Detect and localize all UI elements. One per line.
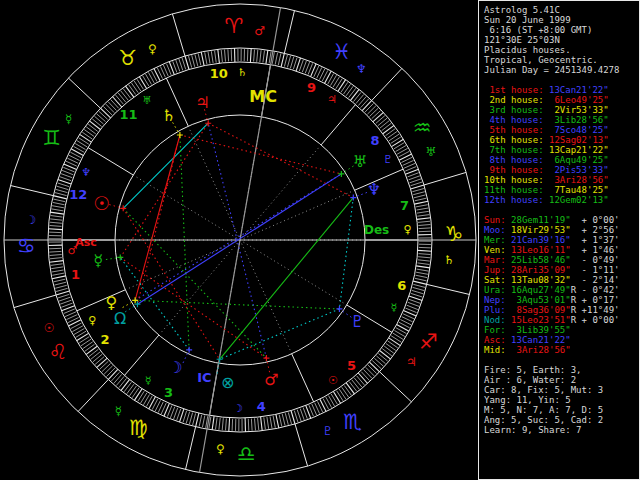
sign-glyph-cap: ♑ [444,222,463,246]
house-number-1: 1 [71,267,80,282]
planet-mark-mar [263,355,269,361]
header-line-4: Placidus houses. [479,45,639,55]
planet-row-jup: Jup: 28Ari35'09" - 1°11' [479,265,639,275]
spacer [479,355,639,365]
sign-glyph-vir: ♍ [129,416,148,440]
sign-glyph-pis: ♓ [332,40,351,64]
planet-glyph-sun: ☉ [93,192,110,214]
stats-line-6: Learn: 9, Share: 7 [479,425,639,435]
planet-glyph-nod: Ω [114,309,126,328]
planet-row-sun: Sun: 28Gem11'19" + 0°00' [479,215,639,225]
house-number-10: 10 [210,66,228,81]
sign-glyph-ari: ♈ [224,14,243,38]
spacer [479,75,639,85]
point-row-for: For: 3Lib39'55" [479,325,639,335]
stats-line-0: Fire: 5, Earth: 3, [479,365,639,375]
house-ruler-glyph-plu: ♇ [383,153,393,166]
planet-mark-ura [338,171,344,177]
header-line-2: 6:16 (ST +8:00 GMT) [479,25,639,35]
sign-glyph-gem: ♊ [42,126,61,150]
planet-glyph-jup: ♃ [195,93,209,112]
house-number-8: 8 [370,133,379,148]
house-ruler-glyph-mer: ☿ [145,374,152,387]
sign-ruler-glyph-sat: ♄ [444,253,455,267]
sign-ruler-glyph-ura: ♅ [426,145,437,159]
house-number-7: 7 [400,198,409,213]
axis-label-ic: IC [197,370,211,385]
house-row-3: 3rd house: 2Vir53'33" [479,105,639,115]
astrolog-window: ♈♂♉♀♊☿♋☽♌☉♍☿♎♀♏♇♐♃♑♄♒♅♓♆1♂2♀3☿4☽5☉6☿7♀8♇… [0,0,640,480]
stats-line-2: Car: 8, Fix: 5, Mut: 3 [479,385,639,395]
house-row-5: 5th house: 7Sco48'25" [479,125,639,135]
house-number-9: 9 [307,80,316,95]
stats-line-1: Air : 6, Water: 2 [479,375,639,385]
sign-ruler-glyph-mar: ♂ [254,24,265,38]
planet-mark-mer [117,254,123,260]
planet-row-ven: Ven: 13Leo16'11" + 1°46' [479,245,639,255]
sign-glyph-lib: ♎ [237,442,256,466]
house-row-2: 2nd house: 6Leo49'25" [479,95,639,105]
header-line-3: 121°30E 25°03N [479,35,639,45]
sign-glyph-leo: ♌ [48,340,67,364]
chart-wheel: ♈♂♉♀♊☿♋☽♌☉♍☿♎♀♏♇♐♃♑♄♒♅♓♆1♂2♀3☿4☽5☉6☿7♀8♇… [0,0,480,480]
stats-line-3: Yang: 11, Yin: 5 [479,395,639,405]
header-line-0: Astrolog 5.41C [479,5,639,15]
planet-row-nod: Nod: 15Leo23'51"R + 0°00' [479,315,639,325]
planet-mark-moo [186,347,192,353]
planet-glyph-mar: ♂ [264,370,278,389]
sign-ruler-glyph-nep: ♆ [356,62,367,76]
axis-label-des: Des [364,223,389,237]
house-row-12: 12th house: 12Gem02'13" [479,195,639,205]
planet-mark-sat [177,132,183,138]
house-row-8: 8th house: 6Aqu49'25" [479,155,639,165]
spacer [479,205,639,215]
sign-ruler-glyph-mer: ☿ [115,404,122,418]
planet-row-mer: Mer: 21Can39'16" + 1°37' [479,235,639,245]
planet-glyph-sat: ♄ [162,106,176,125]
sign-ruler-glyph-plu: ♇ [322,424,333,438]
planet-row-mar: Mar: 25Lib58'46" - 0°49' [479,255,639,265]
header-line-6: Julian Day = 2451349.4278 [479,65,639,75]
info-panel: Astrolog 5.41CSun 20 June 1999 6:16 (ST … [478,0,640,480]
house-ruler-glyph-sun: ☉ [328,374,338,387]
sign-glyph-aqu: ♒ [413,116,432,140]
point-row-asc: Asc: 13Can21'22" [479,335,639,345]
house-row-4: 4th house: 3Lib28'56" [479,115,639,125]
house-row-9: 9th house: 2Pis53'33" [479,165,639,175]
sign-glyph-can: ♋ [17,234,36,258]
planet-row-sat: Sat: 13Tau08'32" - 2°14' [479,275,639,285]
house-number-3: 3 [164,385,173,400]
house-ruler-glyph-nep: ♆ [81,166,91,179]
point-row-mid: Mid: 3Ari28'56" [479,345,639,355]
sign-ruler-glyph-ven: ♀ [216,442,225,456]
sign-ruler-glyph-jup: ♃ [406,355,417,369]
house-ruler-glyph-ven: ♀ [88,314,96,327]
house-number-2: 2 [100,332,109,347]
sign-glyph-sco: ♏ [343,410,362,434]
house-number-11: 11 [119,107,137,122]
house-number-5: 5 [347,358,356,373]
house-ruler-glyph-ura: ♅ [142,94,152,107]
house-ruler-glyph-mer: ☿ [391,301,398,314]
planet-row-nep: Nep: 3Aqu53'01"R + 0°17' [479,295,639,305]
house-row-1: 1st house: 13Can21'22" [479,85,639,95]
planet-row-moo: Moo: 18Vir29'53" + 2°56' [479,225,639,235]
house-ruler-glyph-jup: ♃ [327,93,337,106]
house-number-4: 4 [257,399,266,414]
house-number-6: 6 [397,278,406,293]
planet-glyph-plu: ♇ [350,312,364,331]
stats-line-4: M: 5, N: 7, A: 7, D: 5 [479,405,639,415]
planet-row-plu: Plu: 8Sag36'09"R +11°49' [479,305,639,315]
house-number-12: 12 [69,187,87,202]
house-row-11: 11th house: 7Tau48'25" [479,185,639,195]
planet-glyph-nep: ♆ [367,180,381,199]
sign-glyph-sag: ♐ [419,330,438,354]
sign-ruler-glyph-moo: ☽ [26,213,37,227]
planet-glyph-for: ⊗ [221,373,234,392]
sign-ruler-glyph-ven: ♀ [148,42,157,56]
house-ruler-glyph-sat: ♄ [237,66,247,79]
house-row-6: 6th house: 12Sag02'13" [479,135,639,145]
axis-label-asc: Asc [75,236,97,249]
planet-glyph-ura: ♅ [353,152,367,171]
planet-glyph-mer: ☿ [94,251,104,270]
